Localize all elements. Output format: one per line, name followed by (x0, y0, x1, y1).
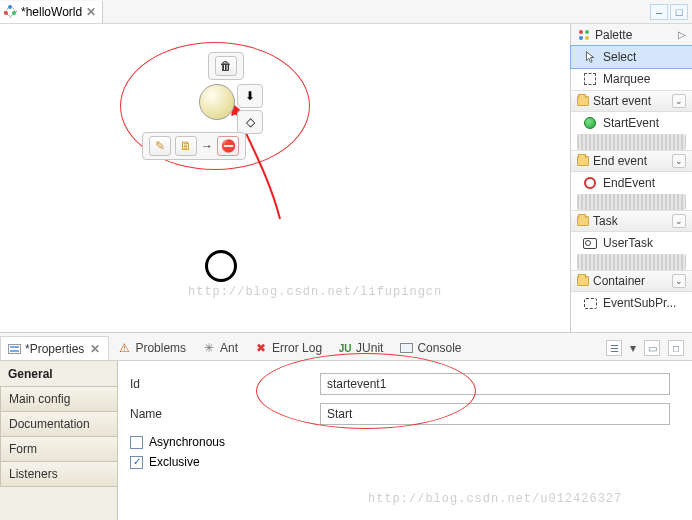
view-menu-button[interactable]: ☰ (606, 340, 622, 356)
problems-icon: ⚠ (117, 341, 131, 355)
exclusive-checkbox[interactable]: ✓ (130, 456, 143, 469)
bpmn-file-icon (4, 5, 17, 18)
properties-categories: General Main config Documentation Form L… (0, 361, 118, 520)
svg-point-0 (579, 30, 583, 34)
cursor-icon (583, 50, 597, 64)
palette-item-label: StartEvent (603, 116, 659, 130)
node-toolbar-change-type[interactable]: ◇ (237, 110, 263, 134)
palette-group-start-event[interactable]: Start event ⌄ (571, 90, 692, 112)
tab-label: *Properties (25, 342, 84, 356)
window-controls: – □ (650, 4, 692, 20)
node-toolbar-delete[interactable]: 🗑 (208, 52, 244, 80)
tab-label: Console (417, 341, 461, 355)
node-toolbar-collapse[interactable]: ⬇ (237, 84, 263, 108)
palette-group-task[interactable]: Task ⌄ (571, 210, 692, 232)
trash-icon: 🗑 (215, 56, 237, 76)
palette-tool-label: Marquee (603, 72, 650, 86)
properties-icon (8, 344, 21, 354)
watermark-text: http://blog.csdn.net/lifupingcn (188, 285, 442, 299)
folder-icon (577, 156, 589, 166)
palette-panel: Palette ▷ Select Marquee Start event ⌄ S… (570, 24, 692, 332)
start-event-icon (584, 117, 596, 129)
junit-icon: JU (338, 341, 352, 355)
editor-tab-helloworld[interactable]: *helloWorld ✕ (0, 1, 103, 23)
palette-tool-marquee[interactable]: Marquee (571, 68, 692, 90)
palette-item-placeholder (577, 134, 686, 150)
palette-header: Palette ▷ (571, 24, 692, 46)
folder-icon (577, 216, 589, 226)
tab-label: Ant (220, 341, 238, 355)
editor-tab-bar: *helloWorld ✕ – □ (0, 0, 692, 24)
subprocess-icon (584, 298, 597, 309)
category-form[interactable]: Form (0, 436, 117, 462)
maximize-view-button[interactable]: □ (668, 340, 684, 356)
tab-ant[interactable]: ✳ Ant (196, 336, 246, 360)
error-log-icon: ✖ (254, 341, 268, 355)
category-documentation[interactable]: Documentation (0, 411, 117, 437)
marquee-icon (584, 73, 596, 85)
edit-button[interactable]: ✎ (149, 136, 171, 156)
id-field[interactable] (320, 373, 670, 395)
expand-right-icon[interactable]: ▷ (678, 29, 686, 40)
palette-item-usertask[interactable]: UserTask (571, 232, 692, 254)
delete-forbid-button[interactable]: ⛔ (217, 136, 239, 156)
chevron-down-icon[interactable]: ⌄ (672, 214, 686, 228)
tab-label: Error Log (272, 341, 322, 355)
tab-problems[interactable]: ⚠ Problems (111, 336, 194, 360)
folder-icon (577, 96, 589, 106)
start-event-node[interactable] (199, 84, 235, 120)
maximize-button[interactable]: □ (670, 4, 688, 20)
palette-group-end-event[interactable]: End event ⌄ (571, 150, 692, 172)
close-icon[interactable]: ✕ (90, 342, 100, 356)
editor-tab-title: *helloWorld (21, 5, 82, 19)
arrow-down-icon: ⬇ (245, 89, 255, 103)
minimize-view-button[interactable]: ▭ (644, 340, 660, 356)
node-toolbar-actions: ✎ 🗎 → ⛔ (142, 132, 246, 160)
svg-point-2 (579, 36, 583, 40)
palette-icon (577, 28, 591, 42)
diamond-icon: ◇ (246, 115, 255, 129)
palette-item-label: EndEvent (603, 176, 655, 190)
chevron-down-icon[interactable]: ⌄ (672, 274, 686, 288)
palette-tool-select[interactable]: Select (570, 45, 692, 69)
view-menu-dropdown-icon[interactable]: ▾ (630, 341, 636, 355)
tab-label: Problems (135, 341, 186, 355)
palette-item-eventsubprocess[interactable]: EventSubPr... (571, 292, 692, 314)
palette-group-label: End event (593, 154, 647, 168)
category-listeners[interactable]: Listeners (0, 461, 117, 487)
palette-item-placeholder (577, 194, 686, 210)
id-label: Id (130, 377, 320, 391)
arrow-right-icon: → (201, 139, 213, 153)
palette-item-placeholder (577, 254, 686, 270)
palette-item-endevent[interactable]: EndEvent (571, 172, 692, 194)
empty-start-event-node[interactable] (205, 250, 237, 282)
name-label: Name (130, 407, 320, 421)
diagram-canvas[interactable]: 🗑 ⬇ ◇ ✎ 🗎 → ⛔ http://blog.csdn.net/lifup… (0, 24, 568, 332)
user-task-icon (583, 238, 597, 249)
svg-point-3 (585, 36, 589, 40)
exclusive-label: Exclusive (149, 455, 200, 469)
minimize-button[interactable]: – (650, 4, 668, 20)
palette-tool-label: Select (603, 50, 636, 64)
diagram-editor-area: *helloWorld ✕ – □ 🗑 ⬇ ◇ ✎ 🗎 (0, 0, 692, 333)
palette-group-container[interactable]: Container ⌄ (571, 270, 692, 292)
doc-button[interactable]: 🗎 (175, 136, 197, 156)
chevron-down-icon[interactable]: ⌄ (672, 94, 686, 108)
folder-icon (577, 276, 589, 286)
tab-junit[interactable]: JU JUnit (332, 336, 391, 360)
tab-console[interactable]: Console (393, 336, 469, 360)
async-checkbox[interactable] (130, 436, 143, 449)
tab-label: JUnit (356, 341, 383, 355)
category-main-config[interactable]: Main config (0, 386, 117, 412)
tab-properties[interactable]: *Properties ✕ (0, 336, 109, 360)
views-toolbar-right: ☰ ▾ ▭ □ (606, 336, 692, 360)
close-icon[interactable]: ✕ (86, 5, 96, 19)
end-event-icon (584, 177, 596, 189)
palette-item-startevent[interactable]: StartEvent (571, 112, 692, 134)
name-field[interactable] (320, 403, 670, 425)
chevron-down-icon[interactable]: ⌄ (672, 154, 686, 168)
ant-icon: ✳ (202, 341, 216, 355)
palette-group-label: Container (593, 274, 645, 288)
tab-error-log[interactable]: ✖ Error Log (248, 336, 330, 360)
palette-item-label: EventSubPr... (603, 296, 676, 310)
